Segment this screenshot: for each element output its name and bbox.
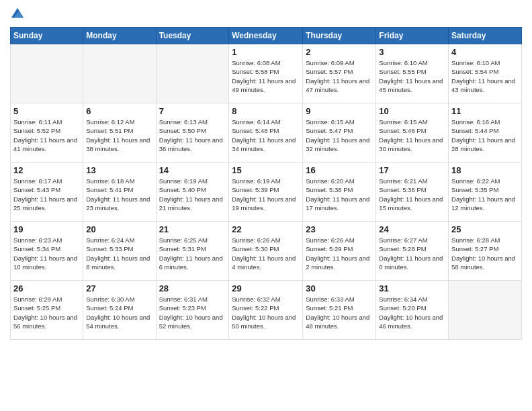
day-number: 23: [306, 224, 373, 234]
calendar-cell: 21Sunrise: 6:25 AMSunset: 5:31 PMDayligh…: [156, 222, 229, 281]
calendar-cell: 15Sunrise: 6:19 AMSunset: 5:39 PMDayligh…: [229, 163, 303, 222]
weekday-header-monday: Monday: [83, 28, 156, 44]
calendar-week-row: 26Sunrise: 6:29 AMSunset: 5:25 PMDayligh…: [11, 281, 522, 340]
day-number: 3: [379, 47, 445, 57]
day-info: Sunrise: 6:25 AMSunset: 5:31 PMDaylight:…: [159, 236, 226, 271]
weekday-header-wednesday: Wednesday: [229, 28, 303, 44]
day-number: 12: [13, 165, 80, 175]
day-number: 24: [379, 224, 445, 234]
calendar-cell: 30Sunrise: 6:33 AMSunset: 5:21 PMDayligh…: [303, 281, 376, 340]
day-info: Sunrise: 6:19 AMSunset: 5:39 PMDaylight:…: [232, 177, 300, 212]
page: SundayMondayTuesdayWednesdayThursdayFrid…: [0, 0, 532, 411]
weekday-header-row: SundayMondayTuesdayWednesdayThursdayFrid…: [11, 28, 522, 44]
day-info: Sunrise: 6:26 AMSunset: 5:29 PMDaylight:…: [306, 236, 373, 271]
calendar-cell: 3Sunrise: 6:10 AMSunset: 5:55 PMDaylight…: [376, 44, 449, 103]
day-number: 28: [159, 283, 226, 293]
header: [10, 7, 522, 21]
day-number: 26: [13, 283, 80, 293]
day-info: Sunrise: 6:20 AMSunset: 5:38 PMDaylight:…: [306, 177, 373, 212]
calendar-cell: 17Sunrise: 6:21 AMSunset: 5:36 PMDayligh…: [376, 163, 449, 222]
calendar-cell: 9Sunrise: 6:15 AMSunset: 5:47 PMDaylight…: [303, 103, 376, 163]
day-info: Sunrise: 6:32 AMSunset: 5:22 PMDaylight:…: [232, 295, 300, 330]
weekday-header-thursday: Thursday: [303, 28, 376, 44]
calendar-cell: 11Sunrise: 6:16 AMSunset: 5:44 PMDayligh…: [449, 103, 522, 163]
day-info: Sunrise: 6:24 AMSunset: 5:33 PMDaylight:…: [86, 236, 152, 271]
calendar-cell: 16Sunrise: 6:20 AMSunset: 5:38 PMDayligh…: [303, 163, 376, 222]
day-info: Sunrise: 6:09 AMSunset: 5:57 PMDaylight:…: [306, 58, 373, 94]
calendar-cell: 26Sunrise: 6:29 AMSunset: 5:25 PMDayligh…: [11, 281, 83, 340]
day-number: 1: [232, 47, 300, 57]
day-info: Sunrise: 6:11 AMSunset: 5:52 PMDaylight:…: [13, 118, 80, 153]
calendar-cell: 22Sunrise: 6:26 AMSunset: 5:30 PMDayligh…: [229, 222, 303, 281]
day-number: 29: [232, 283, 300, 293]
day-info: Sunrise: 6:10 AMSunset: 5:55 PMDaylight:…: [379, 58, 445, 94]
day-info: Sunrise: 6:14 AMSunset: 5:48 PMDaylight:…: [232, 118, 300, 153]
day-info: Sunrise: 6:15 AMSunset: 5:47 PMDaylight:…: [306, 118, 373, 153]
day-number: 16: [306, 165, 373, 175]
day-number: 17: [379, 165, 445, 175]
day-info: Sunrise: 6:27 AMSunset: 5:28 PMDaylight:…: [379, 236, 445, 271]
calendar-cell: 6Sunrise: 6:12 AMSunset: 5:51 PMDaylight…: [83, 103, 156, 163]
day-info: Sunrise: 6:08 AMSunset: 5:58 PMDaylight:…: [232, 58, 300, 94]
day-info: Sunrise: 6:22 AMSunset: 5:35 PMDaylight:…: [451, 177, 519, 212]
day-number: 7: [159, 106, 226, 116]
logo: [10, 7, 28, 21]
day-number: 11: [451, 106, 519, 116]
day-number: 14: [159, 165, 226, 175]
calendar-cell: 31Sunrise: 6:34 AMSunset: 5:20 PMDayligh…: [376, 281, 449, 340]
weekday-header-tuesday: Tuesday: [156, 28, 229, 44]
day-info: Sunrise: 6:23 AMSunset: 5:34 PMDaylight:…: [13, 236, 80, 271]
day-info: Sunrise: 6:34 AMSunset: 5:20 PMDaylight:…: [379, 295, 445, 330]
day-info: Sunrise: 6:33 AMSunset: 5:21 PMDaylight:…: [306, 295, 373, 330]
calendar-cell: 27Sunrise: 6:30 AMSunset: 5:24 PMDayligh…: [83, 281, 156, 340]
day-info: Sunrise: 6:15 AMSunset: 5:46 PMDaylight:…: [379, 118, 445, 153]
day-number: 22: [232, 224, 300, 234]
day-info: Sunrise: 6:29 AMSunset: 5:25 PMDaylight:…: [13, 295, 80, 330]
calendar-cell: [83, 44, 156, 103]
calendar-cell: 18Sunrise: 6:22 AMSunset: 5:35 PMDayligh…: [449, 163, 522, 222]
day-number: 25: [451, 224, 519, 234]
calendar-cell: 23Sunrise: 6:26 AMSunset: 5:29 PMDayligh…: [303, 222, 376, 281]
day-number: 13: [86, 165, 152, 175]
day-number: 27: [86, 283, 152, 293]
day-info: Sunrise: 6:28 AMSunset: 5:27 PMDaylight:…: [451, 236, 519, 271]
day-info: Sunrise: 6:12 AMSunset: 5:51 PMDaylight:…: [86, 118, 152, 153]
calendar-week-row: 12Sunrise: 6:17 AMSunset: 5:43 PMDayligh…: [11, 163, 522, 222]
day-info: Sunrise: 6:19 AMSunset: 5:40 PMDaylight:…: [159, 177, 226, 212]
day-number: 8: [232, 106, 300, 116]
day-number: 21: [159, 224, 226, 234]
day-number: 9: [306, 106, 373, 116]
day-info: Sunrise: 6:30 AMSunset: 5:24 PMDaylight:…: [86, 295, 152, 330]
logo-icon: [10, 7, 25, 21]
calendar-cell: 28Sunrise: 6:31 AMSunset: 5:23 PMDayligh…: [156, 281, 229, 340]
day-info: Sunrise: 6:10 AMSunset: 5:54 PMDaylight:…: [451, 58, 519, 94]
calendar-cell: 8Sunrise: 6:14 AMSunset: 5:48 PMDaylight…: [229, 103, 303, 163]
day-number: 20: [86, 224, 152, 234]
calendar-cell: 24Sunrise: 6:27 AMSunset: 5:28 PMDayligh…: [376, 222, 449, 281]
day-number: 4: [451, 47, 519, 57]
calendar-week-row: 5Sunrise: 6:11 AMSunset: 5:52 PMDaylight…: [11, 103, 522, 163]
day-number: 31: [379, 283, 445, 293]
weekday-header-saturday: Saturday: [449, 28, 522, 44]
calendar-cell: 25Sunrise: 6:28 AMSunset: 5:27 PMDayligh…: [449, 222, 522, 281]
calendar-cell: 19Sunrise: 6:23 AMSunset: 5:34 PMDayligh…: [11, 222, 83, 281]
day-number: 30: [306, 283, 373, 293]
calendar-cell: 10Sunrise: 6:15 AMSunset: 5:46 PMDayligh…: [376, 103, 449, 163]
day-number: 10: [379, 106, 445, 116]
day-info: Sunrise: 6:26 AMSunset: 5:30 PMDaylight:…: [232, 236, 300, 271]
calendar-week-row: 1Sunrise: 6:08 AMSunset: 5:58 PMDaylight…: [11, 44, 522, 103]
day-info: Sunrise: 6:16 AMSunset: 5:44 PMDaylight:…: [451, 118, 519, 153]
calendar-cell: [449, 281, 522, 340]
day-info: Sunrise: 6:31 AMSunset: 5:23 PMDaylight:…: [159, 295, 226, 330]
calendar-cell: 7Sunrise: 6:13 AMSunset: 5:50 PMDaylight…: [156, 103, 229, 163]
calendar-table: SundayMondayTuesdayWednesdayThursdayFrid…: [10, 27, 522, 340]
day-info: Sunrise: 6:18 AMSunset: 5:41 PMDaylight:…: [86, 177, 152, 212]
day-number: 6: [86, 106, 152, 116]
calendar-cell: 20Sunrise: 6:24 AMSunset: 5:33 PMDayligh…: [83, 222, 156, 281]
day-number: 18: [451, 165, 519, 175]
calendar-cell: 12Sunrise: 6:17 AMSunset: 5:43 PMDayligh…: [11, 163, 83, 222]
day-number: 5: [13, 106, 80, 116]
calendar-cell: 5Sunrise: 6:11 AMSunset: 5:52 PMDaylight…: [11, 103, 83, 163]
day-number: 19: [13, 224, 80, 234]
weekday-header-friday: Friday: [376, 28, 449, 44]
